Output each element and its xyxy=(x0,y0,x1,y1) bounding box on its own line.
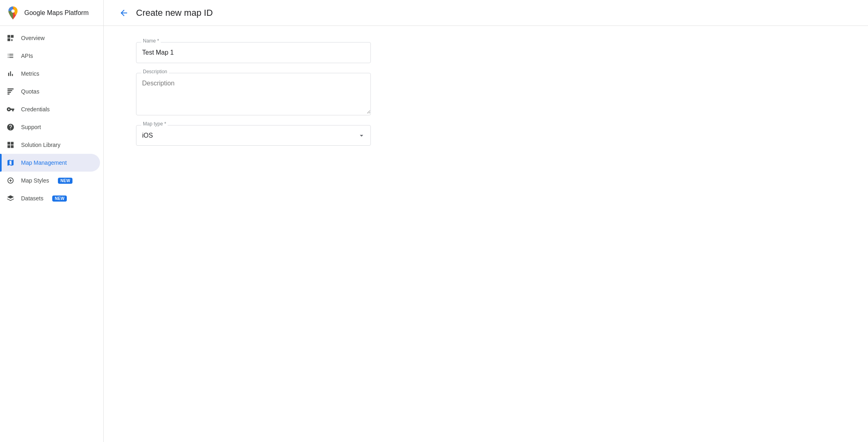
sidebar-item-quotas[interactable]: Quotas xyxy=(0,83,100,100)
map-type-field-group: Map type * JavaScript Android iOS xyxy=(136,125,371,146)
sidebar-item-apis-label: APIs xyxy=(21,53,33,59)
description-textarea[interactable] xyxy=(136,73,370,114)
app-title: Google Maps Platform xyxy=(24,9,89,17)
datasets-icon xyxy=(6,194,15,202)
sidebar-header: Google Maps Platform xyxy=(0,0,103,26)
sidebar-item-overview[interactable]: Overview xyxy=(0,29,100,47)
page-title: Create new map ID xyxy=(136,8,213,18)
map-type-select-container: Map type * JavaScript Android iOS xyxy=(136,125,371,146)
overview-icon xyxy=(6,34,15,42)
quotas-icon xyxy=(6,87,15,96)
metrics-icon xyxy=(6,70,15,78)
svg-rect-1 xyxy=(8,89,14,90)
description-label: Description xyxy=(141,69,169,74)
sidebar: Google Maps Platform Overview APIs Metri… xyxy=(0,0,104,442)
svg-point-0 xyxy=(11,9,15,13)
map-management-icon xyxy=(6,159,15,167)
sidebar-item-solution-library-label: Solution Library xyxy=(21,142,60,148)
sidebar-item-map-management-label: Map Management xyxy=(21,159,67,166)
map-styles-icon xyxy=(6,176,15,185)
sidebar-item-credentials-label: Credentials xyxy=(21,106,50,113)
credentials-icon xyxy=(6,105,15,113)
svg-rect-3 xyxy=(8,92,11,93)
sidebar-item-apis[interactable]: APIs xyxy=(0,47,100,65)
sidebar-item-metrics-label: Metrics xyxy=(21,70,39,77)
name-field-group: Name * xyxy=(136,42,371,63)
main-header: Create new map ID xyxy=(104,0,868,26)
description-field-group: Description xyxy=(136,73,371,115)
sidebar-item-overview-label: Overview xyxy=(21,35,45,41)
svg-rect-2 xyxy=(8,90,13,91)
solution-library-icon xyxy=(6,141,15,149)
sidebar-item-quotas-label: Quotas xyxy=(21,88,39,95)
svg-rect-4 xyxy=(8,94,10,95)
name-field-container: Name * xyxy=(136,42,371,63)
sidebar-item-metrics[interactable]: Metrics xyxy=(0,65,100,83)
sidebar-item-support-label: Support xyxy=(21,124,41,130)
sidebar-item-credentials[interactable]: Credentials xyxy=(0,100,100,118)
sidebar-item-solution-library[interactable]: Solution Library xyxy=(0,136,100,154)
sidebar-item-datasets[interactable]: Datasets NEW xyxy=(0,189,100,207)
name-input[interactable] xyxy=(136,42,370,63)
sidebar-item-support[interactable]: Support xyxy=(0,118,100,136)
map-styles-new-badge: NEW xyxy=(58,178,72,184)
sidebar-item-map-styles[interactable]: Map Styles NEW xyxy=(0,172,100,189)
sidebar-item-map-management[interactable]: Map Management xyxy=(0,154,100,172)
name-label: Name * xyxy=(141,38,161,43)
map-type-select[interactable]: JavaScript Android iOS xyxy=(136,125,370,145)
support-icon xyxy=(6,123,15,131)
sidebar-item-datasets-label: Datasets xyxy=(21,195,43,202)
map-type-label: Map type * xyxy=(141,121,168,126)
description-field-container: Description xyxy=(136,73,371,115)
main-content: Create new map ID Name * Description Map… xyxy=(104,0,868,442)
sidebar-item-map-styles-label: Map Styles xyxy=(21,177,49,184)
apis-icon xyxy=(6,52,15,60)
sidebar-nav: Overview APIs Metrics Quotas xyxy=(0,26,103,442)
google-maps-logo xyxy=(6,6,19,19)
back-button[interactable] xyxy=(117,6,131,20)
form-area: Name * Description Map type * JavaScript… xyxy=(104,26,468,442)
datasets-new-badge: NEW xyxy=(52,196,67,202)
